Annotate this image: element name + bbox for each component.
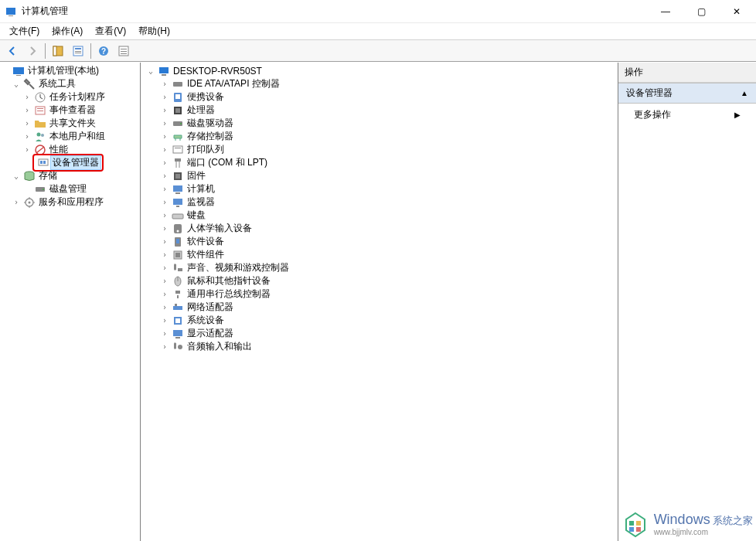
svg-rect-60: [175, 318, 180, 323]
nav-forward-button[interactable]: [23, 42, 42, 60]
device-category[interactable]: ›人体学输入设备: [141, 222, 618, 235]
tree-toggle[interactable]: ›: [159, 224, 170, 233]
collapse-icon[interactable]: ▲: [741, 89, 748, 97]
tree-toggle[interactable]: ›: [22, 106, 32, 114]
device-category[interactable]: ›处理器: [141, 104, 618, 117]
device-category[interactable]: ›显示适配器: [141, 327, 618, 340]
computer-mgmt-icon: [12, 65, 25, 77]
help-button[interactable]: ?: [94, 42, 113, 60]
device-category[interactable]: ›打印队列: [141, 143, 618, 156]
tree-label: 计算机管理(本地): [26, 64, 100, 77]
tree-event-viewer[interactable]: › 事件查看器: [0, 104, 140, 117]
tree-toggle[interactable]: ›: [159, 198, 170, 206]
nav-back-button[interactable]: [3, 42, 22, 60]
actions-section[interactable]: 设备管理器 ▲: [618, 83, 756, 104]
tree-toggle[interactable]: ›: [22, 145, 32, 154]
device-root[interactable]: ⌄ DESKTOP-RVR50ST: [141, 64, 618, 77]
tree-toggle[interactable]: ›: [159, 250, 170, 259]
tree-toggle[interactable]: ›: [159, 211, 170, 219]
device-category[interactable]: ›软件设备: [141, 235, 618, 248]
device-category[interactable]: ›鼠标和其他指针设备: [141, 274, 618, 288]
device-category[interactable]: ›存储控制器: [141, 130, 618, 143]
device-category[interactable]: ›计算机: [141, 182, 618, 196]
device-category[interactable]: ›磁盘驱动器: [141, 117, 618, 130]
tree-toggle[interactable]: ›: [22, 93, 32, 101]
device-category[interactable]: ›端口 (COM 和 LPT): [141, 156, 618, 169]
svg-rect-67: [636, 527, 641, 532]
svg-rect-62: [175, 337, 180, 339]
tree-toggle[interactable]: ⌄: [11, 80, 22, 88]
tree-toggle[interactable]: ⌄: [145, 66, 156, 75]
device-category-icon: [172, 236, 184, 248]
tree-toggle[interactable]: ›: [22, 132, 32, 141]
tree-toggle[interactable]: ⌄: [11, 172, 22, 180]
device-category-icon: [172, 288, 184, 301]
device-category[interactable]: ›便携设备: [141, 90, 618, 104]
tree-toggle[interactable]: ›: [159, 237, 170, 246]
device-category[interactable]: ›系统设备: [141, 314, 618, 327]
tree-toggle[interactable]: ›: [159, 80, 170, 88]
tree-toggle[interactable]: ›: [159, 342, 170, 351]
device-category-icon: [172, 78, 184, 90]
device-category[interactable]: ›键盘: [141, 209, 618, 222]
tree-toggle[interactable]: ›: [159, 316, 170, 325]
menu-view[interactable]: 查看(V): [90, 23, 131, 39]
tree-device-manager[interactable]: › 设备管理器: [0, 156, 140, 169]
watermark-url: www.bjjmlv.com: [654, 528, 753, 536]
tree-toggle[interactable]: ›: [159, 185, 170, 193]
tree-toggle[interactable]: ›: [159, 277, 170, 285]
refresh-button[interactable]: [114, 42, 133, 60]
tree-root[interactable]: ▸ 计算机管理(本地): [0, 64, 140, 77]
minimize-button[interactable]: —: [648, 0, 683, 23]
wrench-icon: [23, 78, 36, 90]
device-category[interactable]: ›通用串行总线控制器: [141, 288, 618, 301]
tree-toggle[interactable]: ›: [159, 303, 170, 311]
properties-button[interactable]: [69, 42, 87, 60]
device-tree[interactable]: ⌄ DESKTOP-RVR50ST ›IDE ATA/ATAPI 控制器›便携设…: [141, 63, 618, 541]
svg-text:?: ?: [101, 47, 106, 56]
device-category[interactable]: ›固件: [141, 169, 618, 182]
device-category[interactable]: ›软件组件: [141, 248, 618, 261]
device-category[interactable]: ›网络适配器: [141, 301, 618, 314]
device-category[interactable]: ›IDE ATA/ATAPI 控制器: [141, 77, 618, 90]
console-tree[interactable]: ▸ 计算机管理(本地) ⌄ 系统工具 › 任务计划程序 › 事件查看器 › 共享…: [0, 63, 141, 541]
toolbar: ?: [0, 40, 756, 62]
toolbar-separator: [90, 43, 91, 59]
tree-toggle[interactable]: ›: [159, 132, 170, 141]
device-category-icon: [172, 131, 184, 143]
svg-rect-18: [37, 108, 43, 109]
menu-action[interactable]: 操作(A): [47, 23, 87, 39]
device-category-icon: [172, 209, 184, 222]
tree-label: 本地用户和组: [48, 130, 107, 143]
close-button[interactable]: ✕: [719, 0, 754, 23]
tree-services[interactable]: › 服务和应用程序: [0, 196, 140, 209]
tree-toggle[interactable]: ›: [159, 329, 170, 338]
tree-system-tools[interactable]: ⌄ 系统工具: [0, 77, 140, 90]
device-category[interactable]: ›声音、视频和游戏控制器: [141, 261, 618, 274]
tree-shared-folders[interactable]: › 共享文件夹: [0, 117, 140, 130]
tree-toggle[interactable]: ›: [159, 106, 170, 114]
tree-task-scheduler[interactable]: › 任务计划程序: [0, 90, 140, 104]
show-hide-tree-button[interactable]: [49, 42, 67, 60]
device-category-label: 声音、视频和游戏控制器: [186, 261, 291, 274]
more-actions[interactable]: 更多操作 ▶: [618, 104, 756, 126]
menu-file[interactable]: 文件(F): [5, 23, 44, 39]
tree-toggle[interactable]: ›: [159, 290, 170, 298]
tree-toggle[interactable]: ›: [159, 145, 170, 154]
window-title: 计算机管理: [22, 5, 648, 18]
tree-local-users[interactable]: › 本地用户和组: [0, 130, 140, 143]
tree-toggle[interactable]: ›: [159, 93, 170, 101]
svg-rect-55: [175, 253, 180, 257]
tree-disk-management[interactable]: › 磁盘管理: [0, 182, 140, 196]
device-category[interactable]: ›监视器: [141, 196, 618, 209]
tree-toggle[interactable]: ›: [11, 198, 22, 206]
device-category[interactable]: ›音频输入和输出: [141, 340, 618, 353]
maximize-button[interactable]: ▢: [683, 0, 719, 23]
tree-toggle[interactable]: ›: [22, 119, 32, 128]
more-actions-label: 更多操作: [634, 108, 671, 121]
tree-toggle[interactable]: ›: [159, 119, 170, 128]
tree-toggle[interactable]: ›: [159, 172, 170, 180]
tree-toggle[interactable]: ›: [159, 264, 170, 272]
menu-help[interactable]: 帮助(H): [134, 23, 175, 39]
tree-toggle[interactable]: ›: [159, 158, 170, 167]
